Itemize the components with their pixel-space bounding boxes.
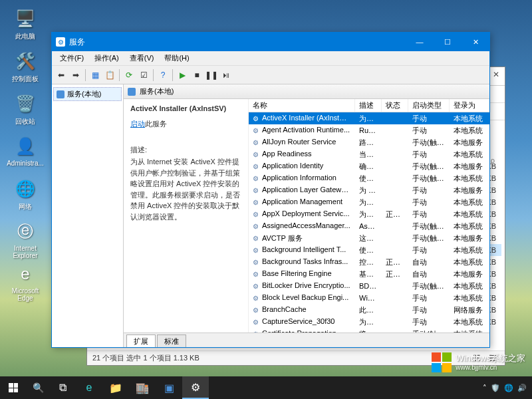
tab-标准[interactable]: 标准 (157, 334, 186, 347)
bg-close-button[interactable]: ✕ (493, 70, 499, 79)
pause-service-button[interactable]: ❚❚ (205, 68, 218, 82)
此电脑-icon: 🖥️ (13, 7, 37, 31)
gear-icon: ⚙ (253, 175, 261, 183)
service-row[interactable]: ⚙Application Identity确定...手动(触发...本地服务 (249, 160, 489, 172)
回收站-icon: 🗑️ (13, 92, 37, 116)
taskbar-app-icon[interactable]: ▣ (156, 376, 182, 399)
service-row[interactable]: ⚙Application Management为通...手动本地系统 (249, 196, 489, 208)
column-headers[interactable]: 名称描述状态启动类型登录为 (249, 99, 489, 112)
task-view-button[interactable]: ⧉ (49, 376, 76, 399)
tray-network-icon[interactable]: 🌐 (504, 384, 513, 392)
selected-service-name: ActiveX Installer (AxInstSV) (130, 104, 241, 112)
start-service-link[interactable]: 启动 (130, 119, 145, 129)
desktop-icon-控制面板[interactable]: 🛠️控制面板 (7, 49, 44, 84)
tray-security-icon[interactable]: 🛡️ (491, 384, 500, 392)
service-row[interactable]: ⚙ActiveX Installer (AxInstSV)为从...手动本地系统 (249, 112, 489, 124)
desktop-icon-回收站[interactable]: 🗑️回收站 (7, 92, 44, 126)
gear-icon: ⚙ (253, 271, 261, 279)
column-header-状态[interactable]: 状态 (382, 99, 408, 112)
tray-chevron-icon[interactable]: ˄ (483, 384, 487, 392)
taskbar-search-button[interactable]: 🔍 (27, 376, 49, 399)
gear-icon: ⚙ (253, 235, 261, 243)
service-row[interactable]: ⚙Background Intelligent T...使用...手动本地系统 (249, 244, 489, 256)
service-row[interactable]: ⚙Background Tasks Infras...控制...正在...自动本… (249, 256, 489, 268)
close-button[interactable]: ✕ (462, 33, 489, 51)
desktop-icon-Microsoft Edge[interactable]: eMicrosoft Edge (7, 262, 44, 302)
column-header-描述[interactable]: 描述 (355, 99, 382, 112)
service-row[interactable]: ⚙Base Filtering Engine基本...正在...自动本地服务 (249, 268, 489, 280)
gear-icon: ⚙ (253, 259, 261, 267)
gear-icon: ⚙ (253, 211, 261, 219)
Internet Explorer-icon: ⓔ (13, 219, 37, 243)
start-service-button[interactable]: ▶ (176, 68, 189, 82)
gear-icon: ⚙ (253, 127, 261, 135)
service-row[interactable]: ⚙AllJoyn Router Service路由...手动(触发...本地服务 (249, 136, 489, 148)
网络-icon: 🌐 (13, 177, 37, 201)
restart-service-button[interactable]: ⏯ (219, 68, 233, 82)
services-titlebar[interactable]: ⚙ 服务 — ☐ ✕ (52, 33, 489, 51)
gear-icon: ⚙ (253, 319, 261, 327)
left-tree-pane: 服务(本地) (52, 84, 124, 347)
gear-icon: ⚙ (253, 331, 261, 332)
stop-service-button[interactable]: ■ (190, 68, 203, 82)
taskbar-store-icon[interactable]: 🏬 (129, 376, 156, 399)
help-button[interactable]: ? (156, 68, 170, 82)
desktop-icon-Administra...[interactable]: 👤Administra... (7, 134, 44, 167)
gear-icon (128, 88, 136, 96)
gear-icon: ⚙ (253, 139, 261, 147)
description-text: 为从 Internet 安装 ActiveX 控件提供用户帐户控制验证，并基于组… (130, 156, 241, 222)
desktop-icon-网络[interactable]: 🌐网络 (7, 177, 44, 211)
service-row[interactable]: ⚙Application Layer Gatewa...为 In...手动本地服… (249, 184, 489, 196)
desktop-icon-此电脑[interactable]: 🖥️此电脑 (7, 7, 44, 41)
service-row[interactable]: ⚙BitLocker Drive Encryptio...BDE...手动(触发… (249, 280, 489, 292)
gear-icon: ⚙ (253, 199, 261, 207)
service-row[interactable]: ⚙AVCTP 服务这是...手动(触发...本地服务 (249, 232, 489, 244)
tray-volume-icon[interactable]: 🔊 (517, 384, 527, 392)
gear-icon: ⚙ (253, 187, 261, 195)
service-row[interactable]: ⚙BranchCache此服...手动网络服务 (249, 304, 489, 316)
Microsoft Edge-icon: e (13, 262, 37, 286)
window-title: 服务 (69, 37, 85, 48)
gear-icon: ⚙ (253, 307, 261, 315)
tab-扩展[interactable]: 扩展 (126, 334, 156, 347)
taskbar-settings-icon[interactable]: ⚙ (182, 376, 209, 399)
taskbar-edge-icon[interactable]: e (76, 376, 102, 399)
services-rows[interactable]: ⚙ActiveX Installer (AxInstSV)为从...手动本地系统… (249, 112, 489, 332)
properties-button[interactable]: ☑ (137, 68, 150, 82)
system-tray[interactable]: ˄ 🛡️ 🌐 🔊 (483, 384, 532, 392)
export-button[interactable]: 📋 (103, 68, 116, 82)
column-header-名称[interactable]: 名称 (249, 99, 355, 112)
taskbar-explorer-icon[interactable]: 📁 (102, 376, 129, 399)
menu-查看(V)[interactable]: 查看(V) (124, 52, 160, 65)
service-row[interactable]: ⚙Block Level Backup Engi...Win...手动本地系统 (249, 292, 489, 304)
menu-文件(F)[interactable]: 文件(F) (55, 52, 89, 65)
back-button[interactable]: ⬅ (55, 68, 68, 82)
description-label: 描述: (130, 145, 241, 155)
gear-icon: ⚙ (253, 223, 261, 231)
column-header-启动类型[interactable]: 启动类型 (408, 99, 450, 112)
service-row[interactable]: ⚙AssignedAccessManager...Assi...手动(触发...… (249, 220, 489, 232)
services-app-icon: ⚙ (56, 37, 65, 47)
view-tabs: 扩展标准 (124, 332, 489, 347)
menu-bar: 文件(F)操作(A)查看(V)帮助(H) (52, 51, 489, 66)
start-button[interactable] (0, 376, 27, 399)
tree-node-services-local[interactable]: 服务(本地) (53, 87, 122, 101)
watermark: Windows系统之家 www.bjjmlv.cn (432, 352, 525, 372)
column-header-登录为[interactable]: 登录为 (450, 99, 489, 112)
service-row[interactable]: ⚙App Readiness当用...手动本地系统 (249, 148, 489, 160)
menu-帮助(H)[interactable]: 帮助(H) (159, 52, 194, 65)
show-hide-tree-button[interactable]: ▦ (88, 68, 102, 82)
service-row[interactable]: ⚙Certificate Propagation将用...手动(触发...本地系… (249, 328, 489, 332)
taskbar: 🔍 ⧉ e 📁 🏬 ▣ ⚙ ˄ 🛡️ 🌐 🔊 (0, 376, 532, 399)
maximize-button[interactable]: ☐ (434, 33, 462, 51)
desktop-icon-Internet Explorer[interactable]: ⓔInternet Explorer (7, 219, 44, 259)
menu-操作(A)[interactable]: 操作(A) (89, 52, 124, 65)
toolbar: ⬅ ➡ ▦ 📋 ⟳ ☑ ? ▶ ■ ❚❚ ⏯ (52, 66, 489, 84)
service-row[interactable]: ⚙Application Information使用...手动(触发...本地系… (249, 172, 489, 184)
refresh-button[interactable]: ⟳ (122, 68, 136, 82)
minimize-button[interactable]: — (406, 33, 434, 51)
service-row[interactable]: ⚙AppX Deployment Servic...为部...正在...手动本地… (249, 208, 489, 220)
service-row[interactable]: ⚙Agent Activation Runtime...Runt...手动本地系… (249, 124, 489, 136)
forward-button[interactable]: ➡ (69, 68, 82, 82)
service-row[interactable]: ⚙CaptureService_30f30为调...手动本地系统 (249, 316, 489, 328)
